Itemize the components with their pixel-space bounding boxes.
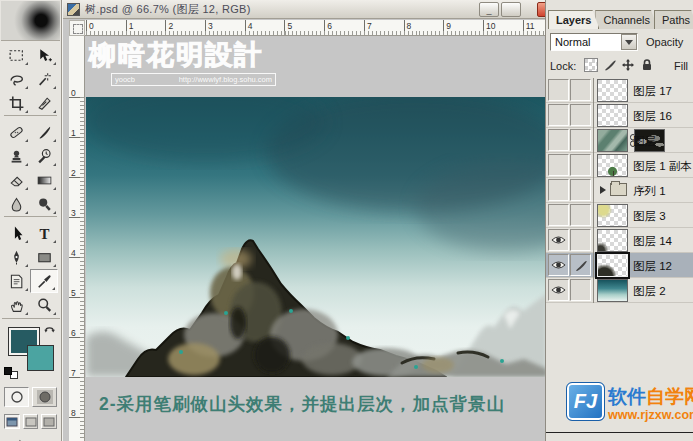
zoom-tool[interactable] — [30, 293, 58, 317]
path-select-tool[interactable] — [2, 221, 30, 245]
layer-visibility-toggle[interactable] — [548, 279, 569, 301]
layer-link-well[interactable] — [570, 179, 591, 201]
step-caption: 2-采用笔刷做山头效果，并提出层次，加点背景山 — [99, 392, 505, 416]
ruler-origin-box[interactable] — [69, 20, 85, 36]
clone-stamp-tool[interactable] — [2, 144, 30, 168]
layer-name: 图层 16 — [633, 109, 672, 124]
layer-visibility-toggle[interactable] — [548, 254, 569, 276]
default-colors-icon[interactable] — [4, 367, 18, 379]
ruler-number: 6 — [327, 21, 332, 31]
fullscreen-menubar-mode-button[interactable] — [23, 414, 39, 429]
layer-visibility-toggle[interactable] — [548, 229, 569, 251]
layer-thumbnail[interactable] — [597, 79, 628, 102]
layer-thumbnail[interactable] — [597, 254, 628, 277]
watermark-url: http://wwwlyf.blog.sohu.com — [179, 75, 272, 84]
rect-marquee-tool[interactable] — [2, 43, 30, 67]
layer-row[interactable]: 图层 1 副本 — [546, 153, 693, 178]
blend-mode-dropdown-icon[interactable] — [621, 34, 637, 50]
layer-visibility-toggle[interactable] — [548, 104, 569, 126]
lock-position-icon[interactable] — [621, 58, 635, 72]
layers-list: 图层 17图层 16图层图层 1 副本序列 1图层 3图层 14图层 12图层 … — [546, 78, 693, 303]
lock-transparency-icon[interactable] — [584, 58, 598, 72]
layer-link-well[interactable] — [570, 154, 591, 176]
layer-thumbnail[interactable] — [597, 154, 628, 177]
horizontal-ruler: 01234567891011 — [85, 20, 545, 36]
layer-visibility-toggle[interactable] — [548, 154, 569, 176]
ruler-number: 2 — [71, 168, 76, 178]
layer-row[interactable]: 图层 12 — [546, 253, 693, 278]
notes-tool[interactable] — [2, 269, 30, 293]
layer-row[interactable]: 图层 — [546, 128, 693, 153]
maximize-button[interactable] — [501, 2, 521, 17]
ruler-number: 10 — [486, 21, 495, 31]
ruler-number: 8 — [407, 21, 412, 31]
layer-thumbnail[interactable] — [597, 229, 628, 252]
layer-visibility-toggle[interactable] — [548, 79, 569, 101]
magic-wand-tool[interactable] — [30, 67, 58, 91]
layer-link-well[interactable] — [570, 79, 591, 101]
standard-screen-mode-button[interactable] — [4, 414, 20, 429]
layer-row[interactable]: 图层 16 — [546, 103, 693, 128]
quick-mask-mode-button[interactable] — [32, 387, 57, 407]
background-color-swatch[interactable] — [27, 345, 54, 371]
layer-name: 图层 3 — [633, 209, 666, 224]
layer-visibility-toggle[interactable] — [548, 129, 569, 151]
ruler-number: 1 — [129, 21, 134, 31]
ruler-number: 0 — [89, 21, 94, 31]
swap-colors-icon[interactable] — [43, 326, 56, 339]
toolbox: T — [0, 0, 62, 441]
history-brush-tool[interactable] — [30, 144, 58, 168]
layer-link-well[interactable] — [570, 204, 591, 226]
move-tool[interactable] — [30, 43, 58, 67]
layer-row[interactable]: 图层 14 — [546, 228, 693, 253]
layer-row[interactable]: 图层 3 — [546, 203, 693, 228]
layer-thumbnail[interactable] — [597, 279, 628, 302]
layer-link-well[interactable] — [570, 279, 591, 301]
layer-visibility-toggle[interactable] — [548, 204, 569, 226]
minimize-button[interactable]: _ — [479, 2, 499, 17]
artwork-image[interactable] — [86, 97, 545, 377]
tab-layers[interactable]: Layers — [548, 10, 599, 29]
eraser-tool[interactable] — [2, 168, 30, 192]
lock-paint-icon[interactable] — [603, 58, 617, 72]
brush-tool[interactable] — [30, 120, 58, 144]
layer-thumbnail[interactable] — [597, 129, 628, 152]
type-tool[interactable]: T — [30, 221, 58, 245]
vertical-ruler: 012345678 — [69, 36, 85, 441]
canvas-area[interactable]: 柳暗花明設計 yoocb http://wwwlyf.blog.sohu.com — [85, 36, 545, 441]
layer-link-well[interactable] — [570, 229, 591, 251]
gradient-tool[interactable] — [30, 168, 58, 192]
pen-tool[interactable] — [2, 245, 30, 269]
eyedropper-tool[interactable] — [30, 269, 58, 293]
layer-thumbnail[interactable] — [597, 204, 628, 227]
slice-tool[interactable] — [30, 91, 58, 115]
crop-tool[interactable] — [2, 91, 30, 115]
lock-all-icon[interactable] — [640, 58, 654, 72]
layer-name: 序列 1 — [633, 184, 666, 199]
ruler-number: 7 — [71, 368, 76, 378]
layer-row[interactable]: 图层 17 — [546, 78, 693, 103]
layer-row[interactable]: 图层 2 — [546, 278, 693, 303]
group-expand-icon[interactable] — [600, 186, 606, 194]
folder-icon — [610, 183, 627, 196]
layer-thumbnail[interactable] — [597, 104, 628, 127]
tab-channels[interactable]: Channels — [595, 10, 657, 29]
layer-link-well[interactable] — [570, 254, 591, 276]
blur-tool[interactable] — [2, 192, 30, 216]
healing-brush-tool[interactable] — [2, 120, 30, 144]
dodge-tool[interactable] — [30, 192, 58, 216]
hand-tool[interactable] — [2, 293, 30, 317]
layer-visibility-toggle[interactable] — [548, 179, 569, 201]
shape-tool[interactable] — [30, 245, 58, 269]
tab-paths[interactable]: Paths — [654, 10, 693, 29]
layer-name: 图层 12 — [633, 259, 672, 274]
lasso-tool[interactable] — [2, 67, 30, 91]
close-button[interactable] — [537, 2, 545, 17]
document-titlebar[interactable]: 树.psd @ 66.7% (图层 12, RGB) _ — [63, 0, 545, 19]
layer-row[interactable]: 序列 1 — [546, 178, 693, 203]
site-url: www.rjzxw.com — [608, 408, 693, 422]
fullscreen-mode-button[interactable] — [41, 414, 57, 429]
standard-mode-button[interactable] — [4, 387, 29, 407]
layer-link-well[interactable] — [570, 129, 591, 151]
layer-link-well[interactable] — [570, 104, 591, 126]
